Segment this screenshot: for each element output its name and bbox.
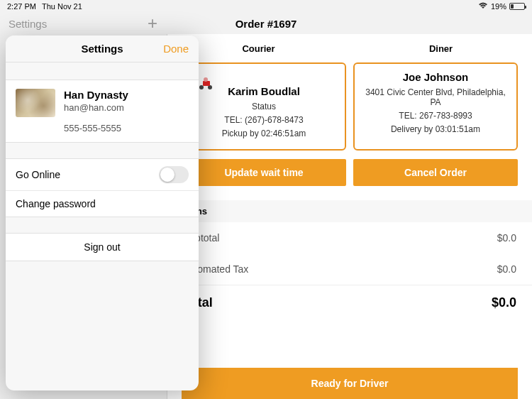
courier-status: Status xyxy=(192,102,336,111)
courier-icon xyxy=(197,77,214,91)
popover-header: Settings Done xyxy=(6,35,199,62)
status-bar: 2:27 PM Thu Nov 21 19% xyxy=(0,0,532,13)
ready-for-driver-button[interactable]: Ready for Driver xyxy=(182,368,518,399)
go-online-toggle[interactable] xyxy=(159,166,189,183)
subtotal-row: Subtotal $0.0 xyxy=(167,222,532,253)
profile-name: Han Dynasty xyxy=(64,89,189,101)
tab-diner[interactable]: Diner xyxy=(350,34,532,62)
wifi-icon xyxy=(478,1,488,11)
go-online-label: Go Online xyxy=(16,169,60,180)
restaurant-image xyxy=(16,89,55,117)
order-title: Order #1697 xyxy=(235,18,297,30)
diner-delivery: Delivery by 03:01:51am xyxy=(363,124,508,134)
update-wait-button[interactable]: Update wait time xyxy=(182,159,346,186)
tax-value: $0.0 xyxy=(497,263,516,275)
diner-card[interactable]: Joe Johnson 3401 Civic Center Blvd, Phil… xyxy=(353,62,518,151)
status-date: Thu Nov 21 xyxy=(42,2,82,11)
profile-email: han@han.com xyxy=(64,102,189,113)
diner-address: 3401 Civic Center Blvd, Philadelphia, PA xyxy=(363,87,508,107)
top-nav: Settings + Order #1697 xyxy=(0,13,532,34)
battery-icon xyxy=(509,3,525,10)
add-icon[interactable]: + xyxy=(148,13,157,33)
subtotal-value: $0.0 xyxy=(497,232,516,244)
svg-point-0 xyxy=(199,85,204,89)
items-section-label: Items xyxy=(167,200,532,222)
change-password-label: Change password xyxy=(16,198,96,209)
content-area: Courier Diner Karim Boudlal Status TEL: … xyxy=(167,34,532,399)
nav-settings-label[interactable]: Settings xyxy=(9,18,47,30)
courier-pickup: Pickup by 02:46:51am xyxy=(192,129,336,138)
svg-point-3 xyxy=(204,77,208,82)
svg-rect-2 xyxy=(203,81,210,86)
cancel-order-button[interactable]: Cancel Order xyxy=(353,159,518,186)
courier-card[interactable]: Karim Boudlal Status TEL: (267)-678-8473… xyxy=(182,62,346,151)
diner-tel: TEL: 267-783-8993 xyxy=(363,111,508,121)
profile-section[interactable]: Han Dynasty han@han.com 555-555-5555 xyxy=(6,80,199,143)
sign-out-button[interactable]: Sign out xyxy=(6,233,199,261)
settings-group: Go Online Change password xyxy=(6,158,199,217)
diner-name: Joe Johnson xyxy=(363,71,508,83)
battery-pct: 19% xyxy=(491,2,506,11)
popover-title: Settings xyxy=(81,43,123,55)
profile-phone: 555-555-5555 xyxy=(64,123,189,133)
total-row: Total $0.0 xyxy=(167,285,532,320)
tax-row: Estomated Tax $0.0 xyxy=(167,253,532,285)
done-button[interactable]: Done xyxy=(163,43,189,55)
change-password-row[interactable]: Change password xyxy=(6,191,199,217)
total-value: $0.0 xyxy=(492,295,516,310)
go-online-row[interactable]: Go Online xyxy=(6,159,199,191)
settings-popover: Settings Done Han Dynasty han@han.com 55… xyxy=(6,35,199,390)
courier-tel: TEL: (267)-678-8473 xyxy=(192,115,336,125)
status-time: 2:27 PM xyxy=(7,2,36,11)
